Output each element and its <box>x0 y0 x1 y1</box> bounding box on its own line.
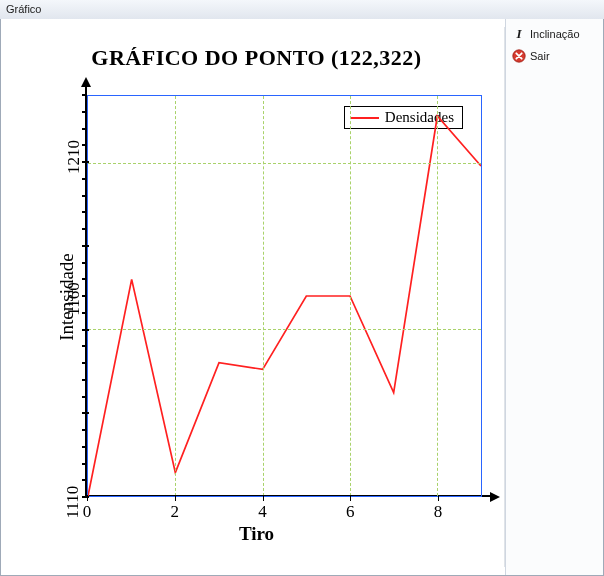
side-panel: I Inclinação Sair <box>505 19 603 575</box>
y-tick <box>82 178 87 180</box>
window-titlebar[interactable]: Gráfico <box>0 0 604 20</box>
y-tick <box>82 345 87 347</box>
plot-area: Densidades <box>87 95 482 497</box>
x-tick-label: 0 <box>83 502 92 522</box>
y-tick <box>82 262 87 264</box>
y-tick <box>82 195 87 197</box>
y-tick-label: 1210 <box>64 140 84 174</box>
x-tick-label: 8 <box>434 502 443 522</box>
y-tick <box>82 128 87 130</box>
side-item-label: Inclinação <box>530 28 580 40</box>
x-tick-label: 2 <box>171 502 180 522</box>
x-tick <box>263 495 264 501</box>
grid-line <box>175 96 176 496</box>
sair-button[interactable]: Sair <box>512 47 597 65</box>
y-tick <box>82 379 87 381</box>
y-tick <box>82 161 89 163</box>
y-tick <box>82 111 87 113</box>
window-title: Gráfico <box>6 3 41 15</box>
grid-line <box>88 329 481 330</box>
x-axis-arrow-icon <box>490 492 500 502</box>
x-tick <box>350 495 351 501</box>
y-tick <box>82 278 87 280</box>
y-tick-label: 1110 <box>63 486 83 519</box>
grid-line <box>437 96 438 496</box>
y-tick <box>82 228 87 230</box>
x-tick <box>175 495 176 501</box>
y-tick <box>82 479 87 481</box>
y-tick <box>82 463 87 465</box>
y-tick <box>82 312 87 314</box>
y-tick <box>82 211 87 213</box>
x-tick <box>438 495 439 501</box>
inclinacao-button[interactable]: I Inclinação <box>512 25 597 43</box>
chart-series <box>88 96 481 496</box>
y-tick <box>82 412 89 414</box>
grid-line <box>88 163 481 164</box>
client-area: GRÁFICO DO PONTO (122,322) 1110 1160 121… <box>0 19 604 576</box>
y-tick <box>82 245 89 247</box>
exit-icon <box>512 49 526 63</box>
chart-panel: GRÁFICO DO PONTO (122,322) 1110 1160 121… <box>9 27 505 567</box>
y-tick <box>82 329 89 331</box>
side-item-label: Sair <box>530 50 550 62</box>
grid-line <box>263 96 264 496</box>
y-tick <box>82 144 87 146</box>
y-tick <box>82 396 87 398</box>
x-tick <box>87 495 88 501</box>
italic-icon: I <box>512 26 526 42</box>
x-tick-label: 4 <box>258 502 267 522</box>
x-axis-label: Tiro <box>9 523 504 545</box>
window: Gráfico GRÁFICO DO PONTO (122,322) 1110 … <box>0 0 604 576</box>
y-axis-label: Intensidade <box>56 253 78 341</box>
y-tick <box>82 295 87 297</box>
y-tick <box>82 94 87 96</box>
y-tick <box>82 429 87 431</box>
grid-line <box>350 96 351 496</box>
y-tick <box>82 446 87 448</box>
chart-title: GRÁFICO DO PONTO (122,322) <box>9 45 504 71</box>
y-tick <box>82 362 87 364</box>
y-axis-arrow-icon <box>81 77 91 87</box>
x-tick-label: 6 <box>346 502 355 522</box>
